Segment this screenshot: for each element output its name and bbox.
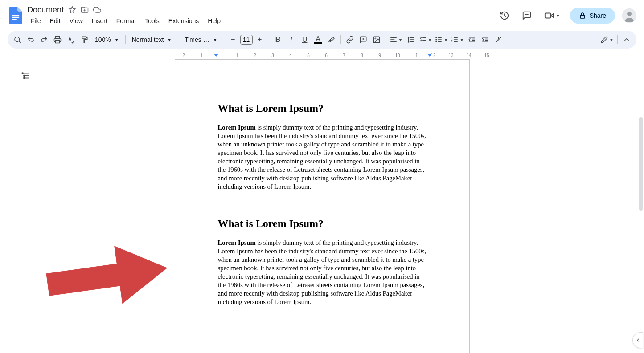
svg-point-28 <box>436 41 437 42</box>
font-size-decrease[interactable]: − <box>227 33 239 46</box>
menu-help[interactable]: Help <box>204 16 224 26</box>
heading[interactable]: What is Lorem Ipsum? <box>218 218 427 230</box>
collapse-toolbar-icon[interactable] <box>620 33 633 46</box>
paragraph[interactable]: Lorem Ipsum is simply dummy text of the … <box>218 123 427 191</box>
indent-decrease-icon[interactable] <box>466 33 478 46</box>
print-icon[interactable] <box>51 33 64 46</box>
font-size-increase[interactable]: + <box>254 33 266 46</box>
svg-rect-2 <box>12 19 17 20</box>
menu-view[interactable]: View <box>66 16 86 26</box>
line-spacing-icon[interactable] <box>405 33 417 46</box>
annotation-arrow-icon <box>43 238 176 316</box>
cloud-status-icon[interactable] <box>93 6 101 14</box>
menu-tools[interactable]: Tools <box>141 16 163 26</box>
svg-point-24 <box>436 37 437 38</box>
spellcheck-icon[interactable] <box>65 33 77 46</box>
menu-edit[interactable]: Edit <box>46 16 64 26</box>
menu-bar: File Edit View Insert Format Tools Exten… <box>27 16 497 26</box>
document-page[interactable]: What is Lorem Ipsum? Lorem Ipsum is simp… <box>175 59 470 353</box>
bold-icon[interactable]: B <box>272 33 284 46</box>
zoom-select[interactable]: 100%▼ <box>91 33 123 46</box>
redo-icon[interactable] <box>38 33 50 46</box>
svg-point-9 <box>15 37 20 42</box>
outline-toggle-icon[interactable] <box>18 68 33 85</box>
underline-icon[interactable]: U <box>299 33 311 46</box>
clear-format-icon[interactable] <box>492 33 505 46</box>
docs-logo-icon[interactable] <box>8 8 24 24</box>
scrollbar-thumb[interactable] <box>639 117 643 211</box>
search-icon[interactable] <box>11 33 24 46</box>
text-color-icon[interactable]: A <box>312 33 324 46</box>
menu-file[interactable]: File <box>27 16 45 26</box>
svg-point-15 <box>375 38 376 39</box>
side-panel-toggle-icon[interactable] <box>632 332 643 348</box>
toolbar: 100%▼ Normal text▼ Times …▼ − + B I U A … <box>8 31 636 49</box>
svg-rect-1 <box>12 17 19 18</box>
svg-line-10 <box>19 41 21 43</box>
share-button[interactable]: Share <box>570 8 615 24</box>
numbered-list-icon[interactable]: 123▼ <box>450 33 465 46</box>
svg-point-45 <box>22 73 23 74</box>
header: Document File Edit View Insert Format To… <box>0 0 644 27</box>
checklist-icon[interactable]: ▼ <box>418 33 433 46</box>
document-area[interactable]: What is Lorem Ipsum? Lorem Ipsum is simp… <box>0 59 644 353</box>
star-icon[interactable] <box>68 6 76 14</box>
ruler[interactable]: 2 1 1 2 3 4 5 6 7 8 9 10 11 12 13 14 15 <box>8 52 636 59</box>
menu-insert[interactable]: Insert <box>88 16 111 26</box>
svg-point-26 <box>436 39 437 40</box>
share-label: Share <box>590 12 606 19</box>
font-select[interactable]: Times …▼ <box>181 33 221 46</box>
svg-point-49 <box>24 77 25 79</box>
user-avatar[interactable] <box>622 8 636 23</box>
move-icon[interactable] <box>81 6 89 14</box>
undo-icon[interactable] <box>25 33 37 46</box>
heading[interactable]: What is Lorem Ipsum? <box>218 102 427 114</box>
left-indent-marker[interactable] <box>214 54 218 58</box>
history-icon[interactable] <box>497 8 512 23</box>
svg-rect-11 <box>56 41 60 43</box>
highlight-icon[interactable] <box>325 33 338 46</box>
svg-rect-6 <box>580 15 584 18</box>
image-icon[interactable] <box>370 33 383 46</box>
right-indent-marker[interactable] <box>427 54 432 58</box>
svg-text:3: 3 <box>451 40 453 43</box>
paragraph[interactable]: Lorem Ipsum is simply dummy text of the … <box>218 239 427 306</box>
svg-point-8 <box>627 12 632 16</box>
link-icon[interactable] <box>344 33 356 46</box>
svg-rect-5 <box>545 13 551 18</box>
menu-format[interactable]: Format <box>113 16 139 26</box>
add-comment-icon[interactable] <box>357 33 369 46</box>
paint-format-icon[interactable] <box>78 33 90 46</box>
bulleted-list-icon[interactable]: ▼ <box>434 33 449 46</box>
italic-icon[interactable]: I <box>285 33 298 46</box>
font-size-input[interactable] <box>240 35 253 45</box>
indent-increase-icon[interactable] <box>479 33 492 46</box>
meet-button[interactable]: ▼ <box>541 8 563 23</box>
svg-rect-0 <box>12 15 19 16</box>
menu-extensions[interactable]: Extensions <box>165 16 202 26</box>
align-icon[interactable]: ▼ <box>389 33 404 46</box>
document-title[interactable]: Document <box>27 5 64 15</box>
comments-icon[interactable] <box>519 8 534 23</box>
editing-mode-icon[interactable]: ▼ <box>599 33 615 46</box>
style-select[interactable]: Normal text▼ <box>128 33 175 46</box>
svg-point-47 <box>24 75 25 77</box>
